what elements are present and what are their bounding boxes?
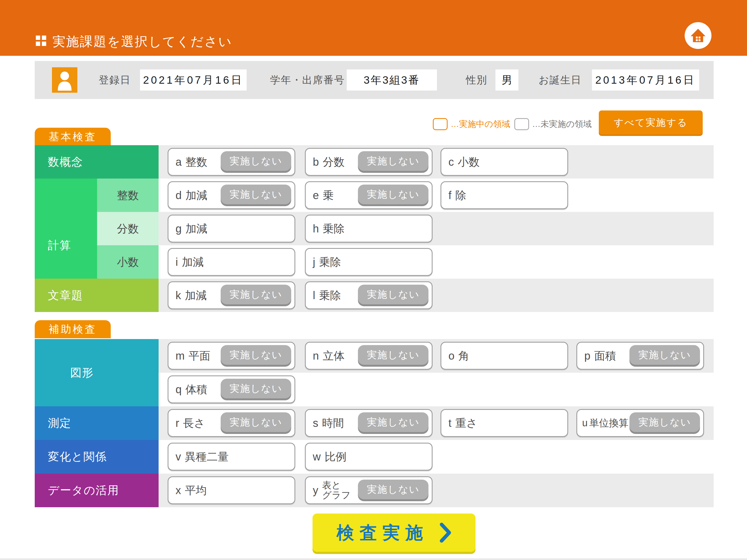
gender-value: 男 bbox=[495, 70, 518, 91]
registration-date-label: 登録日 bbox=[99, 61, 131, 99]
skip-toggle-d[interactable]: 実施しない bbox=[221, 184, 291, 204]
task-card-a[interactable]: a整数 実施しない bbox=[168, 148, 295, 176]
category-geometry: 図形 bbox=[35, 339, 159, 406]
task-card-t[interactable]: t重さ bbox=[440, 409, 568, 437]
grid-icon bbox=[36, 35, 46, 46]
page-title: 実施課題を選択してください bbox=[52, 33, 232, 50]
legend-inactive-label: …未実施の領域 bbox=[532, 118, 592, 130]
skip-toggle-r[interactable]: 実施しない bbox=[221, 412, 291, 432]
task-card-g[interactable]: g加減 bbox=[168, 215, 295, 243]
task-card-w[interactable]: w比例 bbox=[305, 443, 433, 470]
task-card-s[interactable]: s時間 実施しない bbox=[305, 409, 433, 437]
task-card-m[interactable]: m平面 実施しない bbox=[168, 342, 295, 370]
home-icon bbox=[690, 27, 706, 44]
subcategory-fraction: 分数 bbox=[97, 212, 159, 245]
legend-inactive-swatch bbox=[514, 118, 529, 130]
task-card-h[interactable]: h乗除 bbox=[305, 215, 433, 243]
grade-number-value: 3年3組3番 bbox=[347, 70, 437, 91]
task-card-v[interactable]: v異種二量 bbox=[168, 443, 295, 470]
subcategory-integer: 整数 bbox=[97, 179, 159, 212]
grade-number-label: 学年・出席番号 bbox=[270, 61, 345, 99]
task-card-i[interactable]: i加減 bbox=[168, 248, 295, 276]
tab-basic-test: 基本検査 bbox=[35, 128, 111, 146]
category-number-concept: 数概念 bbox=[35, 145, 159, 179]
task-card-r[interactable]: r長さ 実施しない bbox=[168, 409, 295, 437]
task-card-u[interactable]: u単位換算 実施しない bbox=[576, 409, 704, 437]
run-all-button[interactable]: すべて実施する bbox=[599, 110, 703, 134]
skip-toggle-q[interactable]: 実施しない bbox=[221, 379, 291, 399]
task-card-l[interactable]: l乗除 実施しない bbox=[305, 281, 433, 309]
registration-date-value: 2021年07月16日 bbox=[140, 70, 247, 91]
task-card-j[interactable]: j乗除 bbox=[305, 248, 433, 276]
skip-toggle-k[interactable]: 実施しない bbox=[221, 285, 291, 304]
birthday-value: 2013年07月16日 bbox=[592, 70, 699, 91]
task-card-q[interactable]: q体積 実施しない bbox=[168, 376, 295, 403]
task-card-b[interactable]: b分数 実施しない bbox=[305, 148, 433, 176]
skip-toggle-n[interactable]: 実施しない bbox=[358, 345, 429, 365]
task-card-o[interactable]: o角 bbox=[440, 342, 568, 370]
skip-toggle-y[interactable]: 実施しない bbox=[358, 480, 429, 499]
category-word-problem: 文章題 bbox=[35, 279, 159, 312]
chevron-right-icon bbox=[439, 522, 452, 543]
skip-toggle-p[interactable]: 実施しない bbox=[629, 345, 700, 365]
legend-active-swatch bbox=[433, 118, 447, 130]
category-measurement: 測定 bbox=[35, 406, 159, 440]
skip-toggle-e[interactable]: 実施しない bbox=[358, 184, 429, 204]
run-test-button[interactable]: 検査実施 bbox=[312, 513, 475, 552]
task-card-e[interactable]: e乗 実施しない bbox=[305, 181, 433, 209]
home-button[interactable] bbox=[685, 22, 712, 49]
category-data-use: データの活用 bbox=[35, 474, 159, 507]
task-card-k[interactable]: k加減 実施しない bbox=[168, 281, 295, 309]
gender-label: 性別 bbox=[466, 61, 487, 99]
task-card-d[interactable]: d加減 実施しない bbox=[168, 181, 295, 209]
skip-toggle-m[interactable]: 実施しない bbox=[221, 345, 291, 365]
run-test-label: 検査実施 bbox=[337, 521, 429, 545]
skip-toggle-a[interactable]: 実施しない bbox=[221, 151, 291, 171]
skip-toggle-b[interactable]: 実施しない bbox=[358, 151, 429, 171]
skip-toggle-u[interactable]: 実施しない bbox=[629, 412, 700, 432]
skip-toggle-s[interactable]: 実施しない bbox=[358, 412, 429, 432]
legend-active-label: …実施中の領域 bbox=[450, 118, 510, 130]
tab-auxiliary-test: 補助検査 bbox=[35, 320, 111, 338]
task-card-c[interactable]: c小数 bbox=[440, 148, 568, 176]
person-icon bbox=[52, 67, 77, 93]
task-card-p[interactable]: p面積 実施しない bbox=[576, 342, 704, 370]
skip-toggle-l[interactable]: 実施しない bbox=[358, 285, 429, 304]
student-info-bar: 登録日 2021年07月16日 学年・出席番号 3年3組3番 性別 男 お誕生日… bbox=[35, 61, 714, 99]
category-change-relation: 変化と関係 bbox=[35, 440, 159, 474]
footer-strip bbox=[0, 558, 747, 560]
task-card-x[interactable]: x平均 bbox=[168, 476, 295, 504]
task-card-n[interactable]: n立体 実施しない bbox=[305, 342, 433, 370]
task-card-y[interactable]: y表と グラフ 実施しない bbox=[305, 476, 433, 504]
birthday-label: お誕生日 bbox=[539, 61, 582, 99]
app-header: 実施課題を選択してください bbox=[0, 0, 747, 56]
task-card-f[interactable]: f除 bbox=[440, 181, 568, 209]
subcategory-decimal: 小数 bbox=[97, 245, 159, 279]
